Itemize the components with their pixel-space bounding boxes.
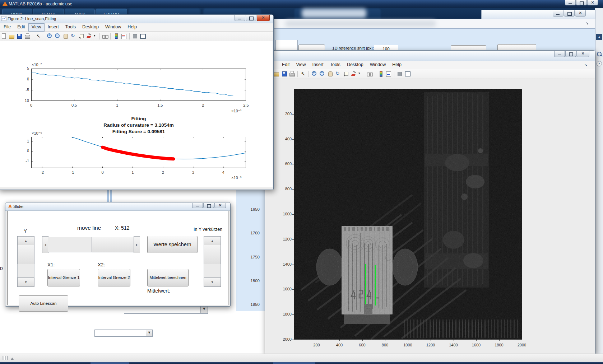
zoom-in-icon[interactable]: [311, 71, 317, 77]
rotate-3d-icon[interactable]: [70, 33, 76, 39]
y-slider-track[interactable]: [17, 264, 34, 278]
data-cursor-icon[interactable]: [343, 71, 349, 77]
slider-close-button[interactable]: [214, 203, 226, 208]
auto-linescan-button[interactable]: Auto Linescan: [19, 295, 68, 312]
gui-combobox[interactable]: ▼: [94, 330, 153, 337]
shorten-slider-up-button[interactable]: ▴: [204, 236, 221, 246]
colorbar-icon[interactable]: [113, 33, 119, 39]
x-value-label: X: 512: [115, 225, 129, 231]
save-icon[interactable]: [281, 71, 287, 77]
tick-label: 1800: [490, 343, 508, 347]
resize-grip-icon[interactable]: [11, 358, 14, 360]
slider-maximize-button[interactable]: [203, 203, 214, 208]
menu-overflow-icon[interactable]: ↘: [584, 63, 587, 67]
pan-hand-icon[interactable]: [327, 71, 333, 77]
zoom-in-icon[interactable]: [46, 33, 53, 39]
taskbar-item[interactable]: [91, 362, 129, 364]
print-icon[interactable]: [289, 71, 295, 77]
open-folder-icon[interactable]: [273, 71, 279, 77]
shorten-slider-down-button[interactable]: ▾: [204, 277, 221, 287]
open-folder-icon[interactable]: [8, 33, 15, 39]
menu-item-insert[interactable]: Insert: [309, 61, 326, 69]
calculate-mean-button[interactable]: Mittelwert berechnen: [147, 269, 189, 286]
menu-item-help[interactable]: Help: [389, 61, 405, 69]
zoom-out-icon[interactable]: [54, 33, 61, 39]
menu-item-edit[interactable]: Edit: [14, 23, 28, 31]
shorten-slider-thumb[interactable]: [204, 245, 221, 264]
menu-item-edit[interactable]: Edit: [279, 61, 293, 69]
zoom-out-icon[interactable]: [319, 71, 325, 77]
slider-titlebar[interactable]: Slider: [5, 202, 230, 211]
pointer-icon[interactable]: [300, 71, 306, 77]
tick-label: 0: [17, 77, 29, 81]
image-figure-titlebar[interactable]: ld: [265, 51, 595, 61]
menu-item-window[interactable]: Window: [102, 23, 124, 31]
data-cursor-icon[interactable]: [78, 33, 84, 39]
menu-item-desktop[interactable]: Desktop: [79, 23, 102, 31]
y-slider-thumb[interactable]: [17, 245, 34, 264]
collapse-toolstrip-icon[interactable]: ▴: [596, 34, 602, 40]
figure-close-button[interactable]: [576, 51, 589, 57]
x-slider-track[interactable]: [48, 237, 92, 252]
figure2-titlebar[interactable]: Figure 2: Line_scan,Fitting: [0, 15, 273, 23]
taskbar-item[interactable]: [273, 362, 315, 364]
legend-icon[interactable]: [121, 33, 127, 39]
maximize-button[interactable]: [576, 0, 587, 5]
rotate-3d-icon[interactable]: [335, 71, 341, 77]
figure-minimize-button[interactable]: [554, 51, 565, 57]
dropdown-circle-icon[interactable]: ▾: [597, 61, 602, 66]
brush-icon[interactable]: [351, 71, 357, 77]
interval-limit-2-button[interactable]: Interval Grenze 2: [98, 269, 130, 286]
menu-item-view[interactable]: View: [293, 61, 309, 69]
minimize-button[interactable]: [565, 0, 576, 5]
menu-item-help[interactable]: Help: [124, 23, 140, 31]
link-plots-icon[interactable]: [366, 71, 373, 77]
gui-maximize-button[interactable]: [564, 10, 575, 17]
menu-item-view[interactable]: View: [28, 23, 45, 32]
figure2-close-button[interactable]: [257, 15, 270, 21]
menu-item-tools[interactable]: Tools: [327, 61, 344, 69]
dropdown-caret-icon[interactable]: [94, 33, 97, 39]
brush-icon[interactable]: [86, 33, 92, 39]
pan-hand-icon[interactable]: [62, 33, 69, 39]
link-plots-icon[interactable]: [102, 33, 108, 39]
shorten-slider-track[interactable]: [204, 264, 221, 278]
matlab-logo-icon: [8, 204, 12, 207]
new-document-icon[interactable]: [0, 33, 7, 39]
interval-limit-1-button[interactable]: Interval Grenze 1: [47, 269, 80, 286]
tick-label: 1: [110, 103, 124, 107]
close-button[interactable]: [587, 0, 598, 5]
legend-icon[interactable]: [385, 71, 392, 77]
dropdown-caret-icon[interactable]: [358, 71, 362, 77]
grip-icon[interactable]: [2, 356, 3, 360]
colorbar-icon[interactable]: [377, 71, 384, 77]
dock-figure-icon[interactable]: [140, 33, 146, 39]
dropdown-arrow-icon[interactable]: ▼: [146, 330, 152, 336]
menu-item-tools[interactable]: Tools: [62, 23, 79, 31]
dock-gray-icon[interactable]: [132, 33, 138, 39]
search-icon[interactable]: [597, 52, 602, 56]
y-slider-down-button[interactable]: ▾: [17, 277, 34, 287]
save-icon[interactable]: [16, 33, 23, 39]
save-values-button[interactable]: Werte speichern: [147, 236, 198, 253]
menu-item-file[interactable]: File: [0, 23, 14, 31]
dock-figure-icon[interactable]: [404, 71, 411, 77]
dock-gray-icon[interactable]: [396, 71, 403, 77]
menu-item-window[interactable]: Window: [367, 61, 389, 69]
figure2-minimize-button[interactable]: [235, 15, 245, 21]
figure2-maximize-button[interactable]: [246, 15, 256, 21]
menu-item-insert[interactable]: Insert: [45, 23, 62, 31]
gui-minimize-button[interactable]: [553, 10, 563, 17]
gui-close-button[interactable]: [575, 10, 586, 17]
x-slider-thumb[interactable]: [92, 237, 134, 252]
print-icon[interactable]: [24, 33, 31, 39]
tick-label: 1400: [277, 262, 292, 266]
slider-minimize-button[interactable]: [192, 203, 203, 208]
pointer-icon[interactable]: [35, 33, 42, 39]
figure-maximize-button[interactable]: [565, 51, 576, 57]
x-slider-right-button[interactable]: ▸: [134, 236, 140, 253]
menu-item-desktop[interactable]: Desktop: [344, 61, 367, 69]
y-slider-up-button[interactable]: ▴: [17, 236, 34, 246]
menu-overflow-icon[interactable]: ↘: [586, 21, 589, 25]
image-figure-window: ld ↘ EditViewInsertToolsDesktopWindowHel…: [265, 50, 595, 354]
